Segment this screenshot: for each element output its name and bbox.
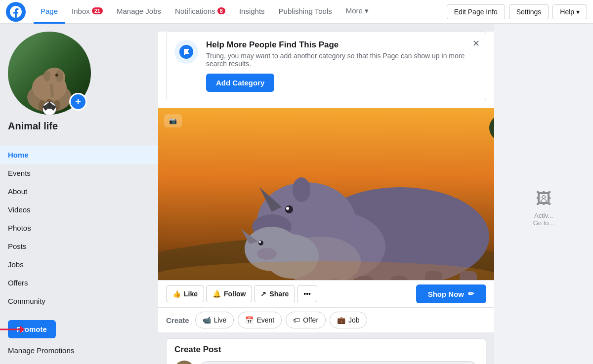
- edit-page-info-button[interactable]: Edit Page Info: [447, 4, 505, 19]
- notification-icon-wrap: [174, 40, 198, 64]
- notification-title: Help More People Find This Page: [206, 40, 478, 50]
- create-post-row: 🐘 Write a post...: [174, 361, 478, 364]
- tab-notifications[interactable]: Notifications 8: [168, 0, 232, 24]
- sidebar-menu: Home Events About Videos Photos Posts Jo…: [0, 146, 158, 310]
- tab-manage-jobs[interactable]: Manage Jobs: [110, 0, 168, 24]
- activity-text: Activ...Go to...: [533, 212, 554, 227]
- create-offer-button[interactable]: 🏷 Offer: [286, 312, 326, 328]
- facebook-logo: [6, 2, 26, 22]
- svg-point-24: [285, 205, 293, 213]
- red-arrow: [0, 320, 25, 339]
- sidebar-item-community[interactable]: Community: [0, 292, 158, 310]
- avatar-wrap: +: [8, 32, 91, 115]
- shop-now-button[interactable]: Shop Now ✏: [416, 284, 486, 303]
- help-button[interactable]: Help ▾: [552, 4, 587, 19]
- create-post-section: Create Post 🐘 Write a post...: [166, 338, 486, 364]
- more-actions-button[interactable]: •••: [297, 285, 317, 302]
- tab-more[interactable]: More ▾: [339, 0, 376, 24]
- promote-section: Promote: [0, 316, 158, 342]
- settings-button[interactable]: Settings: [509, 4, 549, 19]
- page-name: Animal life: [8, 121, 58, 132]
- svg-point-25: [286, 207, 289, 210]
- tab-inbox[interactable]: Inbox 21: [65, 0, 110, 24]
- sidebar-item-jobs[interactable]: Jobs: [0, 255, 158, 274]
- sidebar-item-about[interactable]: About: [0, 182, 158, 201]
- sidebar-item-videos[interactable]: Videos: [0, 201, 158, 219]
- main-layout: + Animal life Home Events About Videos P…: [0, 24, 593, 364]
- like-button[interactable]: 👍 Like: [166, 285, 204, 302]
- add-photo-button[interactable]: +: [69, 93, 87, 111]
- right-sidebar: 🖼 Activ...Go to...: [494, 24, 593, 364]
- manage-promotions-link[interactable]: Manage Promotions: [0, 342, 158, 359]
- create-label: Create: [166, 316, 189, 324]
- nav-tabs: Page Inbox 21 Manage Jobs Notifications …: [34, 0, 376, 24]
- follow-button[interactable]: 🔔 Follow: [206, 285, 252, 302]
- left-sidebar: + Animal life Home Events About Videos P…: [0, 24, 158, 364]
- action-bar-left: 👍 Like 🔔 Follow ↗ Share •••: [166, 285, 317, 302]
- nav-right: Edit Page Info Settings Help ▾: [447, 0, 587, 23]
- create-bar: Create 📹 Live 📅 Event 🏷 Offer 💼 Job: [158, 307, 494, 332]
- notification-banner: Help More People Find This Page Trung, y…: [166, 32, 486, 100]
- event-icon: 📅: [245, 316, 254, 324]
- svg-point-6: [55, 74, 58, 77]
- svg-point-23: [293, 177, 310, 202]
- svg-point-5: [43, 71, 50, 81]
- top-navigation: Page Inbox 21 Manage Jobs Notifications …: [0, 0, 593, 24]
- post-author-avatar: 🐘: [174, 361, 194, 364]
- job-icon: 💼: [337, 316, 345, 324]
- sidebar-item-posts[interactable]: Posts: [0, 237, 158, 255]
- like-icon: 👍: [172, 290, 181, 298]
- sidebar-item-photos[interactable]: Photos: [0, 219, 158, 237]
- svg-point-35: [259, 241, 261, 243]
- create-post-header: Create Post: [174, 345, 478, 355]
- tab-page[interactable]: Page: [34, 0, 65, 24]
- close-banner-button[interactable]: ✕: [472, 38, 480, 49]
- svg-point-40: [257, 248, 277, 260]
- activity-placeholder: 🖼 Activ...Go to...: [529, 186, 558, 231]
- svg-point-34: [258, 241, 263, 245]
- sidebar-item-events[interactable]: Events: [0, 164, 158, 182]
- tab-insights[interactable]: Insights: [232, 0, 272, 24]
- share-icon: ↗: [260, 290, 266, 298]
- notification-description: Trung, you may want to add another categ…: [206, 52, 478, 68]
- create-event-button[interactable]: 📅 Event: [238, 312, 282, 328]
- flag-icon: [179, 45, 193, 59]
- nav-left: Page Inbox 21 Manage Jobs Notifications …: [6, 0, 376, 23]
- sidebar-item-home[interactable]: Home: [0, 146, 158, 164]
- follow-icon: 🔔: [212, 290, 221, 298]
- create-live-button[interactable]: 📹 Live: [195, 312, 234, 328]
- pencil-icon: ✏: [468, 289, 474, 298]
- inbox-badge: 21: [92, 7, 103, 14]
- activity-icon: 🖼: [533, 190, 554, 208]
- sidebar-item-offers[interactable]: Offers: [0, 274, 158, 292]
- cover-photo: 📷: [158, 108, 494, 280]
- cover-photo-svg: [158, 108, 494, 280]
- profile-section: + Animal life: [0, 32, 158, 146]
- post-input[interactable]: Write a post...: [199, 361, 478, 364]
- notifications-badge: 8: [217, 7, 225, 14]
- action-bar: 👍 Like 🔔 Follow ↗ Share ••• Shop Now: [158, 280, 494, 307]
- tab-publishing-tools[interactable]: Publishing Tools: [272, 0, 339, 24]
- add-category-button[interactable]: Add Category: [206, 74, 274, 92]
- camera-icon: 📷: [169, 117, 177, 124]
- cover-area: Help More People Find This Page Trung, y…: [158, 32, 494, 332]
- svg-rect-13: [184, 49, 185, 55]
- cover-camera-button[interactable]: 📷: [164, 114, 182, 127]
- svg-marker-12: [20, 325, 25, 333]
- offer-icon: 🏷: [293, 316, 300, 324]
- main-content: Help More People Find This Page Trung, y…: [158, 24, 494, 364]
- live-icon: 📹: [203, 316, 211, 324]
- create-job-button[interactable]: 💼 Job: [330, 312, 367, 328]
- share-button[interactable]: ↗ Share: [254, 285, 295, 302]
- notification-content: Help More People Find This Page Trung, y…: [206, 40, 478, 92]
